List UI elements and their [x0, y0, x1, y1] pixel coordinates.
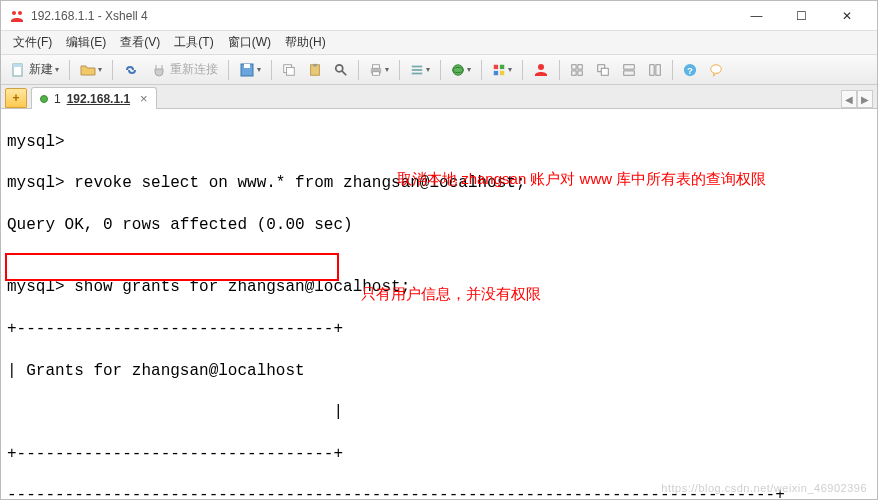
svg-point-37 — [711, 64, 722, 73]
tab-label: 192.168.1.1 — [67, 92, 130, 106]
color-scheme-button[interactable]: ▾ — [487, 58, 517, 82]
copy-button[interactable] — [277, 58, 301, 82]
tab-scroll-left[interactable]: ◀ — [841, 90, 857, 108]
separator — [358, 60, 359, 80]
svg-rect-7 — [286, 67, 294, 75]
tabbar: + 1 192.168.1.1 × ◀ ▶ — [1, 85, 877, 109]
print-button[interactable]: ▾ — [364, 58, 394, 82]
help-button[interactable]: ? — [678, 58, 702, 82]
svg-point-18 — [453, 64, 464, 75]
find-button[interactable] — [329, 58, 353, 82]
properties-button[interactable]: ▾ — [405, 58, 435, 82]
svg-point-24 — [538, 64, 544, 70]
svg-text:?: ? — [687, 64, 693, 75]
separator — [440, 60, 441, 80]
svg-rect-23 — [500, 70, 504, 74]
web-button[interactable]: ▾ — [446, 58, 476, 82]
chevron-down-icon: ▾ — [508, 65, 512, 74]
chevron-down-icon: ▾ — [385, 65, 389, 74]
menu-file[interactable]: 文件(F) — [7, 32, 58, 53]
svg-point-10 — [336, 64, 343, 71]
tile-v-button[interactable] — [643, 58, 667, 82]
svg-rect-3 — [13, 64, 22, 67]
minimize-button[interactable]: — — [734, 2, 779, 30]
separator — [522, 60, 523, 80]
svg-rect-14 — [373, 71, 380, 75]
link-icon — [123, 62, 139, 78]
print-icon — [369, 63, 383, 77]
separator — [228, 60, 229, 80]
folder-open-icon — [80, 62, 96, 78]
svg-rect-21 — [500, 64, 504, 68]
tab-session[interactable]: 1 192.168.1.1 × — [31, 87, 157, 109]
separator — [69, 60, 70, 80]
chevron-down-icon: ▾ — [257, 65, 261, 74]
svg-rect-28 — [578, 70, 582, 74]
link-button[interactable] — [118, 58, 144, 82]
tile-h-button[interactable] — [617, 58, 641, 82]
svg-rect-34 — [656, 64, 660, 75]
save-button[interactable]: ▾ — [234, 58, 266, 82]
menu-tools[interactable]: 工具(T) — [168, 32, 219, 53]
close-button[interactable]: ✕ — [824, 2, 869, 30]
about-button[interactable] — [704, 58, 728, 82]
session-button[interactable] — [528, 58, 554, 82]
tab-scroll: ◀ ▶ — [841, 90, 873, 108]
term-line: | — [7, 402, 871, 423]
paste-button[interactable] — [303, 58, 327, 82]
chevron-down-icon: ▾ — [426, 65, 430, 74]
tile-v-icon — [648, 63, 662, 77]
svg-rect-16 — [412, 69, 423, 71]
search-icon — [334, 63, 348, 77]
svg-line-11 — [342, 70, 346, 74]
svg-rect-20 — [494, 64, 498, 68]
svg-rect-33 — [650, 64, 654, 75]
separator — [481, 60, 482, 80]
reconnect-button[interactable]: 重新连接 — [146, 58, 223, 82]
save-icon — [239, 62, 255, 78]
menu-window[interactable]: 窗口(W) — [222, 32, 277, 53]
svg-rect-22 — [494, 70, 498, 74]
help-icon: ? — [683, 63, 697, 77]
svg-rect-30 — [601, 68, 608, 75]
chevron-down-icon: ▾ — [467, 65, 471, 74]
watermark: https://blog.csdn.net/weixin_46902396 — [661, 481, 867, 495]
toolbar: 新建 ▾ ▾ 重新连接 ▾ ▾ ▾ ▾ ▾ — [1, 55, 877, 85]
svg-rect-32 — [624, 70, 635, 74]
tab-close-button[interactable]: × — [140, 91, 148, 106]
annotation-revoke: 取消本地 zhangsan 账户对 www 库中所有表的查询权限 — [397, 169, 766, 189]
cascade-button[interactable] — [591, 58, 615, 82]
svg-rect-5 — [244, 64, 250, 68]
window-title: 192.168.1.1 - Xshell 4 — [31, 9, 148, 23]
svg-point-0 — [12, 11, 16, 15]
tab-scroll-right[interactable]: ▶ — [857, 90, 873, 108]
svg-rect-27 — [572, 70, 576, 74]
cascade-icon — [596, 63, 610, 77]
bubble-icon — [709, 63, 723, 77]
svg-point-1 — [18, 11, 22, 15]
maximize-button[interactable]: ☐ — [779, 2, 824, 30]
menu-view[interactable]: 查看(V) — [114, 32, 166, 53]
tile-button[interactable] — [565, 58, 589, 82]
tile-h-icon — [622, 63, 636, 77]
svg-rect-9 — [313, 63, 317, 66]
term-line: | Grants for zhangsan@localhost — [7, 361, 871, 382]
grid-icon — [570, 63, 584, 77]
new-tab-button[interactable]: + — [5, 88, 27, 108]
chevron-down-icon: ▾ — [55, 65, 59, 74]
terminal[interactable]: mysql> mysql> revoke select on www.* fro… — [1, 109, 877, 499]
term-line: +---------------------------------+ — [7, 319, 871, 340]
open-button[interactable]: ▾ — [75, 58, 107, 82]
plug-icon — [151, 62, 167, 78]
copy-icon — [282, 63, 296, 77]
svg-rect-13 — [373, 64, 380, 68]
new-session-button[interactable]: 新建 ▾ — [5, 58, 64, 82]
list-icon — [410, 63, 424, 77]
menu-help[interactable]: 帮助(H) — [279, 32, 332, 53]
svg-rect-15 — [412, 65, 423, 67]
separator — [672, 60, 673, 80]
status-dot-icon — [40, 95, 48, 103]
globe-icon — [451, 63, 465, 77]
svg-rect-26 — [578, 64, 582, 68]
menu-edit[interactable]: 编辑(E) — [60, 32, 112, 53]
